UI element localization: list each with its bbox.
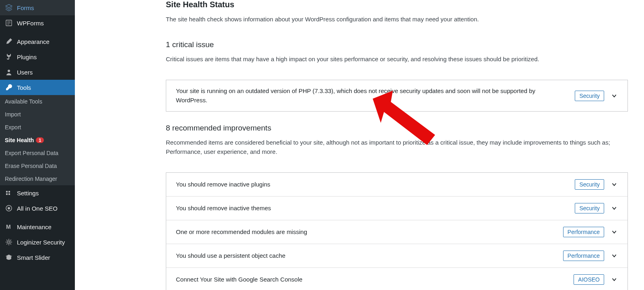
issue-text: You should remove inactive themes <box>176 204 575 213</box>
plug-icon <box>5 53 13 61</box>
issue-text: Your site is running on an outdated vers… <box>176 87 575 105</box>
sidebar-item-tools[interactable]: Tools <box>0 80 75 95</box>
forms-icon <box>5 4 13 12</box>
issue-text: You should use a persistent object cache <box>176 251 563 261</box>
svg-point-12 <box>8 241 10 243</box>
chevron-down-icon <box>611 92 618 99</box>
sidebar-item-settings[interactable]: Settings <box>0 185 75 201</box>
issue-row[interactable]: Connect Your Site with Google Search Con… <box>166 267 627 290</box>
submenu-redirection[interactable]: Redirection Manager <box>0 172 75 185</box>
page-title: Site Health Status <box>166 0 628 9</box>
sidebar-item-maintenance[interactable]: M Maintenance <box>0 219 75 234</box>
svg-point-10 <box>8 207 10 209</box>
menu-label: Users <box>17 69 33 76</box>
menu-label: Loginizer Security <box>17 239 65 246</box>
menu-label: WPForms <box>17 20 44 27</box>
page-description: The site health check shows information … <box>166 15 628 24</box>
svg-rect-8 <box>8 193 10 195</box>
cap-icon <box>5 253 13 261</box>
sidebar-item-forms[interactable]: Forms <box>0 0 75 15</box>
gear-icon <box>5 238 13 246</box>
sidebar-item-aioseo[interactable]: All in One SEO <box>0 201 75 216</box>
submenu-import[interactable]: Import <box>0 108 75 121</box>
sidebar-item-appearance[interactable]: Appearance <box>0 34 75 49</box>
issue-tag: Performance <box>563 251 604 261</box>
issue-text: You should remove inactive plugins <box>176 180 575 189</box>
admin-sidebar: Forms WPForms Appearance Plugins Users T… <box>0 0 75 290</box>
chevron-down-icon <box>611 228 618 236</box>
menu-label: All in One SEO <box>17 205 58 212</box>
critical-heading: 1 critical issue <box>166 40 628 49</box>
svg-point-4 <box>8 70 10 72</box>
issue-row[interactable]: You should use a persistent object cache… <box>166 244 627 267</box>
issue-tag: Security <box>575 179 604 190</box>
submenu-available-tools[interactable]: Available Tools <box>0 95 75 108</box>
issue-row[interactable]: You should remove inactive themes Securi… <box>166 196 627 220</box>
issue-tag: Performance <box>563 227 604 237</box>
menu-label: Forms <box>17 4 34 11</box>
issue-text: Connect Your Site with Google Search Con… <box>176 275 574 284</box>
issue-text: One or more recommended modules are miss… <box>176 228 563 237</box>
settings-icon <box>5 189 13 197</box>
issue-tag: Security <box>575 203 604 213</box>
submenu-site-health[interactable]: Site Health 1 <box>0 134 75 147</box>
svg-text:M: M <box>6 224 11 230</box>
menu-label: Appearance <box>17 38 50 45</box>
issue-row[interactable]: Your site is running on an outdated vers… <box>166 80 627 111</box>
menu-label: Settings <box>17 190 39 197</box>
sidebar-item-users[interactable]: Users <box>0 64 75 80</box>
badge-count: 1 <box>36 137 44 143</box>
user-icon <box>5 68 13 76</box>
issue-row[interactable]: You should remove inactive plugins Secur… <box>166 173 627 196</box>
menu-label: Maintenance <box>17 224 52 230</box>
recommended-heading: 8 recommended improvements <box>166 124 628 133</box>
menu-label: Plugins <box>17 54 37 60</box>
chevron-down-icon <box>611 181 618 188</box>
svg-rect-7 <box>6 193 8 195</box>
submenu-export[interactable]: Export <box>0 121 75 134</box>
submenu-erase-personal[interactable]: Erase Personal Data <box>0 160 75 172</box>
main-content: Site Health Status The site health check… <box>75 0 644 290</box>
issue-tag-security: Security <box>575 91 604 101</box>
submenu-export-personal[interactable]: Export Personal Data <box>0 147 75 160</box>
menu-label: Smart Slider <box>17 254 50 261</box>
chevron-down-icon <box>611 252 618 259</box>
svg-rect-5 <box>6 191 8 193</box>
sidebar-item-wpforms[interactable]: WPForms <box>0 15 75 31</box>
recommended-description: Recommended items are considered benefic… <box>166 138 628 156</box>
svg-rect-6 <box>8 191 10 193</box>
critical-description: Critical issues are items that may have … <box>166 55 628 64</box>
wpforms-icon <box>5 19 13 27</box>
brush-icon <box>5 37 13 46</box>
sidebar-item-smart-slider[interactable]: Smart Slider <box>0 250 75 265</box>
chevron-down-icon <box>611 276 618 283</box>
recommended-issues-list: You should remove inactive plugins Secur… <box>166 172 628 290</box>
aioseo-icon <box>5 204 13 212</box>
tools-submenu: Available Tools Import Export Site Healt… <box>0 95 75 185</box>
sidebar-item-loginizer[interactable]: Loginizer Security <box>0 234 75 250</box>
wrench-icon <box>5 83 13 91</box>
issue-row[interactable]: One or more recommended modules are miss… <box>166 220 627 244</box>
sidebar-item-plugins[interactable]: Plugins <box>0 49 75 64</box>
maint-icon: M <box>5 223 13 231</box>
critical-issues-list: Your site is running on an outdated vers… <box>166 80 628 112</box>
menu-label: Tools <box>17 84 31 91</box>
issue-tag: AIOSEO <box>574 274 604 285</box>
chevron-down-icon <box>611 205 618 212</box>
